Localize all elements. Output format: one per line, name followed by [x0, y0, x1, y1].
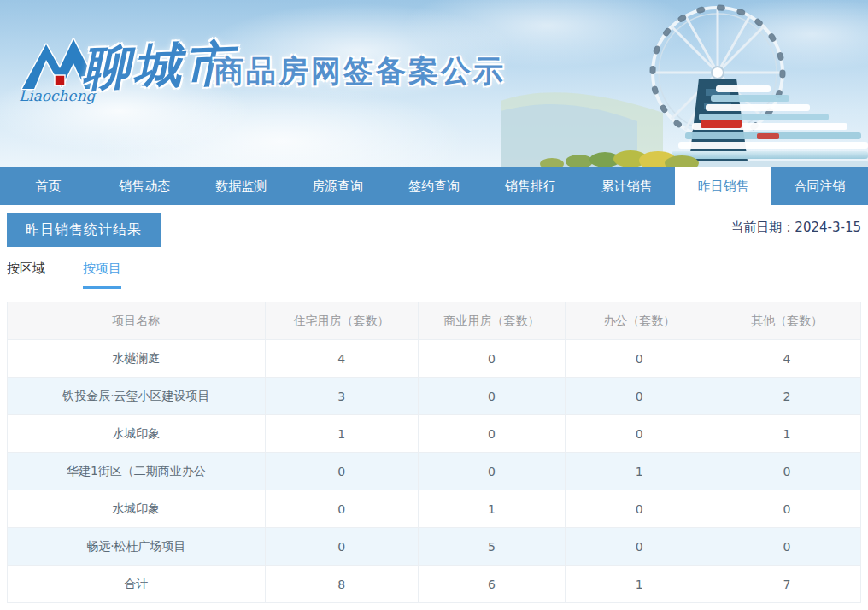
sales-table: 项目名称住宅用房（套数）商业用房（套数）办公（套数）其他（套数） 水樾澜庭400…: [7, 302, 861, 603]
count-cell: 4: [265, 340, 418, 378]
count-cell: 8: [265, 566, 418, 603]
count-cell: 0: [713, 453, 861, 490]
column-header: 其他（套数）: [713, 302, 861, 340]
project-name-cell: 华建1街区（二期商业办公: [8, 453, 266, 490]
count-cell: 1: [566, 566, 713, 603]
count-cell: 3: [265, 378, 418, 415]
nav-item[interactable]: 累计销售: [578, 167, 675, 205]
project-name-cell: 水樾澜庭: [8, 340, 266, 378]
column-header: 项目名称: [8, 302, 266, 340]
site-title: 商品房网签备案公示: [214, 51, 506, 91]
header-banner: Liaocheng 聊城市 商品房网签备案公示: [0, 0, 868, 167]
table-row: 畅远·松桂广场项目0500: [8, 528, 861, 566]
nav-item[interactable]: 销售动态: [97, 167, 193, 205]
count-cell: 1: [713, 415, 861, 453]
nav-item[interactable]: 房源查询: [290, 167, 386, 205]
count-cell: 7: [713, 566, 861, 603]
table-row: 合计8617: [8, 566, 861, 603]
section-title-badge: 昨日销售统计结果: [7, 213, 161, 247]
count-cell: 6: [418, 566, 566, 603]
nav-item[interactable]: 首页: [0, 167, 97, 205]
project-name-cell: 合计: [8, 566, 266, 603]
table-header-row: 项目名称住宅用房（套数）商业用房（套数）办公（套数）其他（套数）: [8, 302, 861, 340]
count-cell: 0: [265, 528, 418, 566]
table-row: 铁投金辰·云玺小区建设项目3002: [8, 378, 861, 415]
count-cell: 0: [566, 415, 713, 453]
count-cell: 0: [265, 490, 418, 528]
project-name-cell: 铁投金辰·云玺小区建设项目: [8, 378, 266, 415]
count-cell: 0: [566, 340, 713, 378]
count-cell: 2: [713, 378, 861, 415]
nav-item[interactable]: 合同注销: [771, 167, 868, 205]
count-cell: 1: [566, 453, 713, 490]
tab[interactable]: 按区域: [7, 261, 45, 289]
main-nav: 首页销售动态数据监测房源查询签约查询销售排行累计销售昨日销售合同注销: [0, 167, 868, 205]
table-row: 华建1街区（二期商业办公0010: [8, 453, 861, 490]
project-name-cell: 水城印象: [8, 490, 266, 528]
content-area: 昨日销售统计结果 当前日期：2024-3-15 按区域按项目 项目名称住宅用房（…: [0, 205, 868, 603]
project-name-cell: 水城印象: [8, 415, 266, 453]
count-cell: 0: [566, 378, 713, 415]
count-cell: 0: [713, 528, 861, 566]
ferris-wheel-building-illustration: [501, 0, 868, 167]
count-cell: 0: [418, 378, 566, 415]
table-row: 水城印象0100: [8, 490, 861, 528]
table-row: 水城印象1001: [8, 415, 861, 453]
count-cell: 0: [713, 490, 861, 528]
column-header: 办公（套数）: [566, 302, 713, 340]
count-cell: 4: [713, 340, 861, 378]
count-cell: 0: [566, 490, 713, 528]
nav-item[interactable]: 销售排行: [482, 167, 578, 205]
current-date-label: 当前日期：2024-3-15: [730, 213, 861, 236]
count-cell: 1: [418, 490, 566, 528]
count-cell: 1: [265, 415, 418, 453]
count-cell: 0: [418, 453, 566, 490]
count-cell: 0: [418, 415, 566, 453]
nav-item[interactable]: 数据监测: [193, 167, 290, 205]
tab[interactable]: 按项目: [83, 261, 121, 289]
count-cell: 0: [566, 528, 713, 566]
column-header: 住宅用房（套数）: [265, 302, 418, 340]
count-cell: 0: [265, 453, 418, 490]
nav-item[interactable]: 签约查询: [386, 167, 483, 205]
count-cell: 5: [418, 528, 566, 566]
count-cell: 0: [418, 340, 566, 378]
column-header: 商业用房（套数）: [418, 302, 566, 340]
nav-item[interactable]: 昨日销售: [675, 167, 771, 205]
project-name-cell: 畅远·松桂广场项目: [8, 528, 266, 566]
table-row: 水樾澜庭4004: [8, 340, 861, 378]
view-tabs: 按区域按项目: [7, 261, 861, 289]
